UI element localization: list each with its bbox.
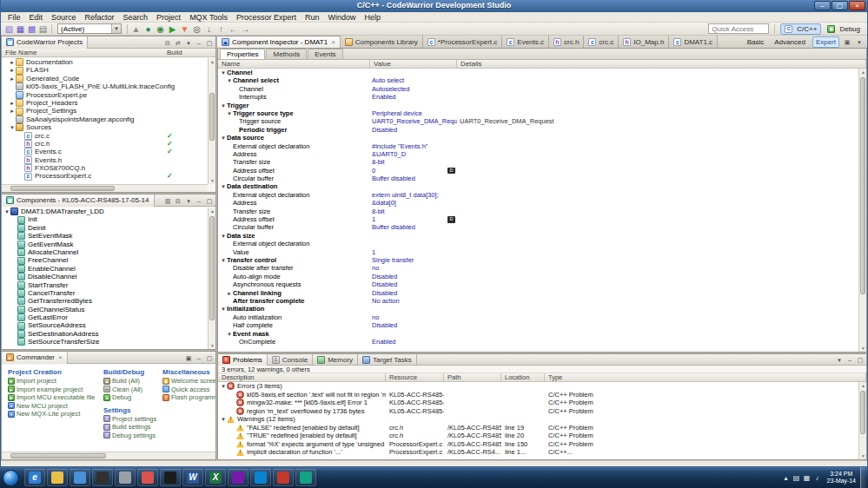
commander-link[interactable]: Import project	[8, 377, 97, 386]
property-row[interactable]: External object declaration D	[218, 240, 858, 247]
menu-item[interactable]: Window	[324, 12, 361, 23]
inspector-tab[interactable]: Methods	[266, 49, 307, 59]
commander-view-tab[interactable]: Commander ×	[2, 352, 68, 364]
commander-link[interactable]: Welcome screen	[162, 377, 214, 386]
taskbar-app-button[interactable]	[250, 469, 271, 486]
flash-programmer-icon[interactable]: ▼	[179, 23, 190, 35]
projects-column-header[interactable]: File Name Build	[2, 49, 215, 57]
commander-link[interactable]: Debug settings	[103, 432, 156, 440]
problem-row[interactable]: region 'm_text' overflowed by 1736 bytes…	[218, 407, 858, 416]
save-icon[interactable]: ▦	[15, 23, 26, 35]
menu-item[interactable]: MQX Tools	[185, 12, 232, 23]
project-tree-row[interactable]: Project_Settings ✓	[2, 107, 208, 115]
taskbar-app-button[interactable]	[137, 469, 158, 486]
component-method-row[interactable]: SetSourceTransferSize	[2, 338, 208, 346]
project-tree-row[interactable]: Events.h ✓	[2, 156, 208, 164]
component-method-row[interactable]: SetSourceAddress	[2, 321, 208, 329]
project-tree-row[interactable]: crc.c ✓	[2, 132, 208, 140]
component-method-row[interactable]: StartTransfer	[2, 281, 208, 289]
minimize-button[interactable]: –	[814, 1, 831, 10]
project-tree-row[interactable]: FLASH ✓	[2, 66, 208, 74]
project-tree-row[interactable]: ProcessorExpert.pe ✓	[2, 91, 208, 99]
perspective-button[interactable]: Debug	[823, 23, 865, 35]
vertical-scrollbar[interactable]: ▲▼	[208, 208, 215, 349]
show-desktop-button[interactable]	[860, 467, 867, 488]
property-row[interactable]: Event mask D	[218, 330, 858, 338]
editor-tab[interactable]: *ProcessorExpert.c ×	[423, 36, 502, 48]
commander-link[interactable]: New MCU project	[8, 402, 97, 411]
component-method-row[interactable]: AllocateChannel	[2, 248, 208, 256]
property-row[interactable]: Asynchronous requests Disabled D	[218, 280, 858, 288]
taskbar-app-button[interactable]	[228, 469, 248, 486]
property-row[interactable]: External object declaration extern uint8…	[218, 191, 858, 199]
collapse-all-icon[interactable]: ⊟	[174, 196, 182, 205]
build-icon[interactable]: ▲	[130, 23, 142, 35]
component-method-row[interactable]: GetTransferredBytes	[2, 297, 208, 305]
menu-item[interactable]: Run	[301, 12, 324, 23]
maximize-view-icon[interactable]: ▢	[205, 38, 214, 47]
property-row[interactable]: Transfer control Single transfer D	[218, 256, 858, 264]
collapse-all-icon[interactable]: ⊟	[163, 38, 172, 47]
details-button[interactable]: D	[447, 216, 455, 223]
link-with-editor-icon[interactable]: ⇄	[174, 38, 182, 47]
taskbar-app-button[interactable]	[115, 469, 136, 486]
taskbar-app-button[interactable]	[70, 469, 90, 486]
search-icon[interactable]: ◎	[191, 23, 202, 35]
component-method-row[interactable]: Init	[2, 215, 208, 223]
expand-arrow-icon[interactable]	[220, 182, 227, 190]
quick-access-input[interactable]	[708, 23, 769, 34]
view-menu-icon[interactable]: ▾	[184, 196, 193, 205]
start-button[interactable]	[3, 470, 19, 486]
project-tree-row[interactable]: crc.h ✓	[2, 140, 208, 148]
properties-column-header[interactable]: Name Value Details	[218, 60, 866, 69]
inspector-mode-button[interactable]: Basic	[744, 36, 768, 48]
expand-arrow-icon[interactable]	[226, 109, 233, 117]
expand-arrow-icon[interactable]	[226, 289, 233, 297]
problem-row[interactable]: format '%X' expects argument of type 'un…	[218, 440, 858, 449]
vertical-scrollbar[interactable]: ▲▼	[858, 382, 866, 459]
volume-icon[interactable]: ♪	[812, 474, 823, 482]
taskbar-app-button[interactable]	[273, 469, 294, 486]
problem-row[interactable]: Warnings (12 items)	[218, 415, 858, 424]
expand-arrow-icon[interactable]	[3, 208, 10, 215]
taskbar-app-button[interactable]	[92, 469, 113, 486]
title-bar[interactable]: C/C++ - CodeWarrior Development Studio –…	[1, 0, 867, 12]
property-row[interactable]: Trigger source UART0_Receive_DMA_Request…	[218, 117, 858, 125]
inspector-mode-button[interactable]: Advanced	[771, 36, 809, 48]
property-row[interactable]: Transfer size 8-bit D	[218, 208, 858, 215]
property-row[interactable]: Data destination D	[218, 182, 858, 190]
taskbar-app-button[interactable]	[160, 469, 181, 486]
taskbar-app-button[interactable]: X	[205, 469, 226, 486]
back-icon[interactable]: ←	[228, 23, 239, 35]
menu-item[interactable]: File	[3, 12, 25, 23]
expand-arrow-icon[interactable]	[220, 256, 227, 264]
close-button[interactable]: ×	[849, 1, 865, 10]
minimize-view-icon[interactable]: –	[195, 353, 203, 362]
commander-link[interactable]: Project settings	[103, 415, 156, 424]
property-row[interactable]: Periodic trigger Disabled D	[218, 126, 858, 134]
maximize-view-icon[interactable]: ▢	[205, 353, 214, 362]
vertical-scrollbar[interactable]: ▲▼	[208, 58, 215, 184]
component-method-row[interactable]: GetLastError	[2, 313, 208, 321]
property-row[interactable]: Data size D	[218, 232, 858, 240]
expand-arrow-icon[interactable]	[9, 123, 16, 131]
network-icon[interactable]: ▦	[802, 474, 812, 482]
property-row[interactable]: Channel Autoselected D	[218, 85, 858, 93]
property-row[interactable]: Address &UART0_D D	[218, 150, 858, 158]
component-method-row[interactable]: CancelTransfer	[2, 289, 208, 297]
component-method-row[interactable]: FreeChannel	[2, 256, 208, 264]
close-tab-icon[interactable]: ×	[331, 39, 335, 46]
problem-row[interactable]: implicit declaration of function '...' P…	[218, 448, 858, 457]
bottom-view-tab[interactable]: Console	[268, 354, 313, 366]
project-tree-row[interactable]: ProcessorExpert.c ✓	[2, 172, 208, 180]
bottom-view-tab[interactable]: Target Tasks	[358, 354, 417, 366]
property-row[interactable]: Trigger D	[218, 102, 858, 109]
expand-arrow-icon[interactable]	[220, 102, 227, 109]
project-tree-row[interactable]: Events.c ✓	[2, 148, 208, 155]
commander-link[interactable]: Quick access	[162, 386, 214, 394]
property-row[interactable]: Channel D	[218, 69, 858, 76]
project-tree-row[interactable]: kl05-9axis_FLASH_PnE U-MultiLink.traceCo…	[2, 82, 208, 90]
pin-view-icon[interactable]: ▣	[184, 353, 193, 362]
action-center-icon[interactable]: ▤	[792, 474, 802, 482]
property-row[interactable]: Half complete Disabled D	[218, 321, 858, 329]
